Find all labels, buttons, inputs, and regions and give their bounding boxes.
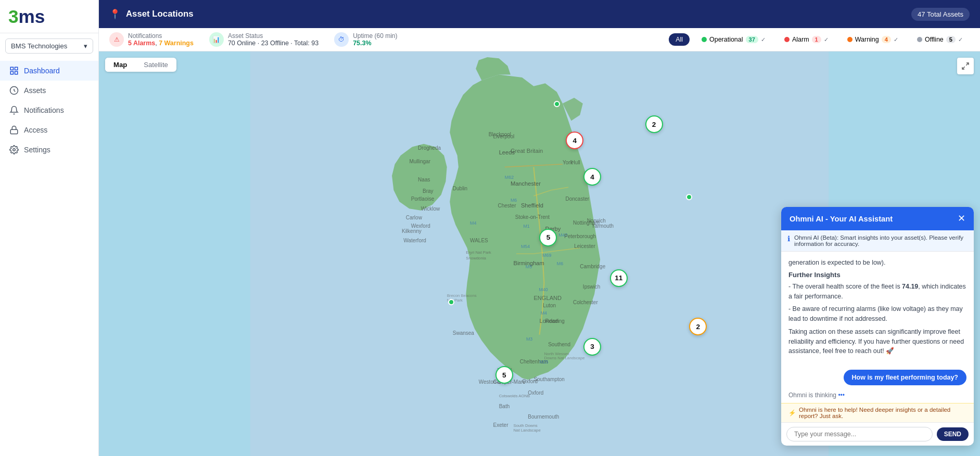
filter-operational[interactable]: Operational 37 ✓: [695, 33, 772, 46]
nav-menu: Dashboard Assets Notifications Access Se…: [0, 58, 98, 456]
asset-status-label: Asset Status: [228, 32, 319, 40]
ai-insight-1: - The overall health score of the fleet …: [788, 282, 966, 301]
cluster-marker-6[interactable]: 3: [583, 338, 601, 356]
asset-status-stat: 📊 Asset Status 70 Online · 23 Offline · …: [209, 32, 319, 47]
cluster-marker-1[interactable]: 2: [645, 115, 663, 133]
filter-all[interactable]: All: [669, 33, 690, 46]
cluster-marker-7[interactable]: 2: [689, 318, 707, 335]
ai-message-input[interactable]: [786, 427, 933, 441]
map-tab-satellite[interactable]: Satellite: [135, 58, 176, 72]
asset-status-icon: 📊: [209, 32, 224, 47]
cluster-marker-2[interactable]: 4: [566, 132, 583, 149]
ai-close-button[interactable]: ✕: [958, 213, 965, 224]
ai-thinking: Ohmni is thinking •••: [781, 389, 974, 403]
header-left: 📍 Asset Locations: [109, 9, 194, 20]
svg-rect-5: [10, 129, 18, 134]
offline-count: 5: [946, 36, 956, 43]
sidebar-item-dashboard[interactable]: Dashboard: [0, 61, 98, 81]
ai-section-title: Further Insights: [788, 271, 966, 279]
svg-line-81: [962, 67, 965, 69]
ai-panel: Ohmni AI - Your AI Assistant ✕ ℹ Ohmni A…: [781, 207, 974, 446]
map-tab-map[interactable]: Map: [105, 58, 135, 72]
svg-text:Oxford: Oxford: [528, 390, 543, 396]
notifications-icon: [9, 106, 19, 115]
svg-text:Mullingar: Mullingar: [409, 159, 430, 164]
cluster-marker-5[interactable]: 11: [610, 269, 628, 287]
asset-dot-2: [686, 194, 692, 200]
ai-send-button[interactable]: SEND: [937, 427, 969, 441]
svg-text:Manchester: Manchester: [511, 180, 541, 187]
cluster-marker-4[interactable]: 5: [539, 229, 557, 246]
alarm-count: 1: [812, 36, 821, 43]
svg-text:Waterford: Waterford: [403, 238, 426, 243]
chevron-down-icon: ▾: [84, 42, 87, 50]
svg-point-6: [13, 149, 16, 151]
filter-offline[interactable]: Offline 5 ✓: [910, 33, 970, 46]
svg-text:Oxford: Oxford: [522, 379, 538, 384]
sidebar-item-settings-label: Settings: [24, 146, 50, 154]
svg-text:Luton: Luton: [543, 303, 556, 308]
uptime-stat: ⏱ Uptime (60 min) 75.3%: [334, 32, 397, 47]
access-icon: [9, 125, 19, 135]
ai-body-intro: generation is expected to be low).: [788, 258, 966, 268]
map-tabs: Map Satellite: [105, 58, 176, 72]
svg-text:Ipswich: Ipswich: [583, 284, 600, 290]
assets-icon: [9, 86, 19, 95]
ai-title: Ohmni AI - Your AI Assistant: [790, 215, 893, 223]
ai-input-bar: SEND: [781, 422, 974, 446]
asset-dot-3: [448, 299, 454, 305]
svg-text:Bath: Bath: [499, 403, 510, 409]
svg-text:Leicester: Leicester: [574, 243, 595, 249]
ai-cta-button[interactable]: How is my fleet performing today?: [844, 370, 966, 385]
map-container[interactable]: Leeds Manchester Sheffield Birmingham De…: [99, 51, 980, 456]
fullscreen-button[interactable]: [957, 58, 974, 74]
sidebar-item-dashboard-label: Dashboard: [24, 67, 60, 75]
svg-text:Brecon Beacons: Brecon Beacons: [447, 293, 477, 298]
svg-text:Doncaster: Doncaster: [566, 196, 590, 202]
ai-info-bar: ℹ Ohmni AI (Beta): Smart insights into y…: [781, 230, 974, 252]
svg-text:Southend: Southend: [548, 342, 570, 347]
sidebar-item-settings[interactable]: Settings: [0, 140, 98, 160]
svg-text:ENGLAND: ENGLAND: [533, 295, 562, 301]
sidebar-item-notifications[interactable]: Notifications: [0, 100, 98, 120]
sidebar: 3 ms BMS Technologies ▾ Dashboard Assets…: [0, 0, 99, 456]
alarm-label: Alarm: [792, 36, 809, 43]
svg-text:Sheffield: Sheffield: [521, 202, 543, 209]
sidebar-item-access[interactable]: Access: [0, 120, 98, 140]
svg-text:M25: M25: [540, 359, 549, 364]
notifications-stat-value: 5 Alarms, 7 Warnings: [128, 40, 194, 47]
alarms-value: 5 Alarms: [128, 40, 155, 47]
svg-text:Snowdonia: Snowdonia: [466, 256, 486, 260]
cluster-marker-8[interactable]: 5: [495, 366, 513, 384]
svg-rect-2: [10, 72, 13, 74]
sidebar-item-assets[interactable]: Assets: [0, 81, 98, 100]
svg-text:Peterborough: Peterborough: [564, 233, 596, 239]
ai-helper-text: Ohmni is here to help! Need deeper insig…: [799, 407, 966, 419]
filter-warning[interactable]: Warning 4 ✓: [841, 33, 905, 46]
cluster-marker-3[interactable]: 4: [583, 168, 601, 186]
notifications-stat-label: Notifications: [128, 32, 194, 40]
page-title: Asset Locations: [126, 9, 194, 19]
company-selector[interactable]: BMS Technologies ▾: [5, 38, 93, 54]
svg-rect-3: [15, 72, 18, 74]
notifications-stat: ⚠ Notifications 5 Alarms, 7 Warnings: [109, 32, 194, 47]
filter-alarm[interactable]: Alarm 1 ✓: [778, 33, 835, 46]
svg-text:Colchester: Colchester: [573, 299, 598, 305]
svg-text:Great Britain: Great Britain: [511, 148, 543, 154]
svg-text:Kilkenny: Kilkenny: [402, 228, 422, 234]
sidebar-item-assets-label: Assets: [24, 86, 46, 95]
svg-text:Bournemouth: Bournemouth: [528, 414, 559, 420]
logo-3: 3: [8, 7, 19, 25]
svg-text:Stoke-on-Trent: Stoke-on-Trent: [515, 214, 550, 220]
ai-info-text: Ohmni AI (Beta): Smart insights into you…: [794, 234, 968, 247]
uptime-icon: ⏱: [334, 32, 349, 47]
svg-text:North Wessex: North Wessex: [544, 351, 569, 356]
svg-line-80: [966, 63, 969, 66]
svg-text:Blackpool: Blackpool: [489, 132, 511, 137]
warning-dot: [847, 37, 852, 42]
alarm-dot: [784, 37, 790, 42]
svg-text:Drogheda: Drogheda: [418, 145, 441, 151]
ai-helper-bar: ⚡ Ohmni is here to help! Need deeper ins…: [781, 403, 974, 422]
warning-count: 4: [882, 36, 891, 43]
ai-panel-header: Ohmni AI - Your AI Assistant ✕: [781, 207, 974, 230]
